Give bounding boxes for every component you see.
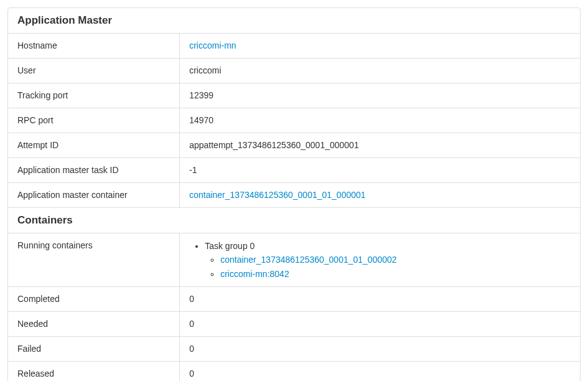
- am-container-value-cell: container_1373486125360_0001_01_000001: [180, 183, 580, 208]
- table-row: Hostname criccomi-mn: [8, 34, 580, 59]
- table-row: Released 0: [8, 362, 580, 381]
- application-master-heading: Application Master: [8, 8, 580, 34]
- attempt-id-value: appattempt_1373486125360_0001_000001: [180, 133, 580, 158]
- user-label: User: [8, 59, 180, 83]
- failed-value: 0: [180, 337, 580, 362]
- tracking-port-value: 12399: [180, 83, 580, 108]
- table-row: RPC port 14970: [8, 108, 580, 133]
- application-master-table: Hostname criccomi-mn User criccomi Track…: [8, 34, 580, 207]
- released-value: 0: [180, 362, 580, 381]
- am-task-id-value: -1: [180, 158, 580, 183]
- tracking-port-label: Tracking port: [8, 83, 180, 108]
- completed-value: 0: [180, 287, 580, 312]
- containers-heading: Containers: [8, 207, 580, 233]
- table-row: Completed 0: [8, 287, 580, 312]
- running-containers-value-cell: Task group 0 container_1373486125360_000…: [180, 233, 580, 287]
- task-group-item: Task group 0 container_1373486125360_000…: [205, 239, 571, 281]
- rpc-port-value: 14970: [180, 108, 580, 133]
- task-group-list: Task group 0 container_1373486125360_000…: [189, 239, 571, 281]
- list-item: criccomi-mn:8042: [220, 267, 571, 281]
- task-group-label: Task group 0: [205, 241, 254, 251]
- released-label: Released: [8, 362, 180, 381]
- am-task-id-label: Application master task ID: [8, 158, 180, 183]
- application-master-panel: Application Master Hostname criccomi-mn …: [7, 7, 581, 381]
- table-row: Failed 0: [8, 337, 580, 362]
- containers-title: Containers: [17, 214, 571, 227]
- failed-label: Failed: [8, 337, 180, 362]
- table-row: Application master container container_1…: [8, 183, 580, 208]
- list-item: container_1373486125360_0001_01_000002: [220, 253, 571, 266]
- table-row: Attempt ID appattempt_1373486125360_0001…: [8, 133, 580, 158]
- needed-value: 0: [180, 312, 580, 337]
- table-row: Tracking port 12399: [8, 83, 580, 108]
- am-container-label: Application master container: [8, 183, 180, 208]
- running-containers-label: Running containers: [8, 233, 180, 287]
- table-row: User criccomi: [8, 59, 580, 83]
- hostname-link[interactable]: criccomi-mn: [189, 40, 236, 50]
- containers-table: Running containers Task group 0 containe…: [8, 233, 580, 381]
- completed-label: Completed: [8, 287, 180, 312]
- needed-label: Needed: [8, 312, 180, 337]
- hostname-value-cell: criccomi-mn: [180, 34, 580, 59]
- rpc-port-label: RPC port: [8, 108, 180, 133]
- application-master-title: Application Master: [17, 14, 571, 27]
- task-group-sublist: container_1373486125360_0001_01_000002 c…: [205, 253, 571, 281]
- container-link[interactable]: container_1373486125360_0001_01_000002: [220, 255, 396, 265]
- host-link[interactable]: criccomi-mn:8042: [220, 269, 289, 279]
- table-row: Needed 0: [8, 312, 580, 337]
- am-container-link[interactable]: container_1373486125360_0001_01_000001: [189, 190, 365, 200]
- attempt-id-label: Attempt ID: [8, 133, 180, 158]
- table-row: Running containers Task group 0 containe…: [8, 233, 580, 287]
- table-row: Application master task ID -1: [8, 158, 580, 183]
- hostname-label: Hostname: [8, 34, 180, 59]
- user-value: criccomi: [180, 59, 580, 83]
